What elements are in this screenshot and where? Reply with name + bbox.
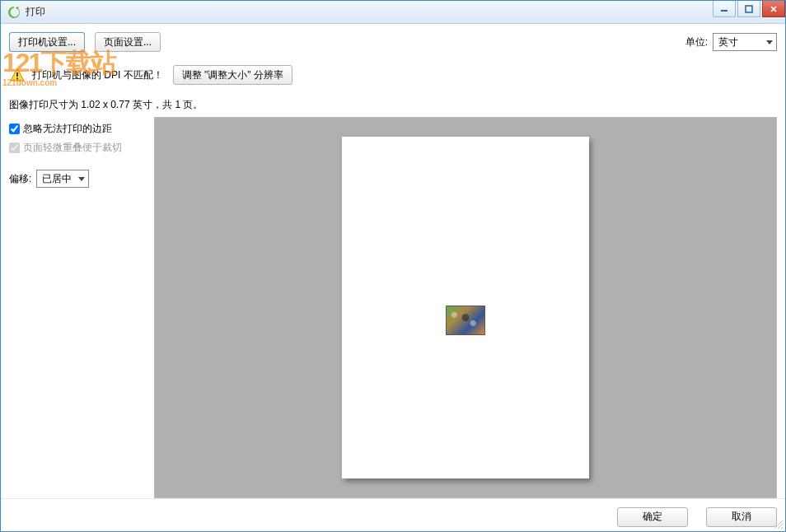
print-preview [154,117,777,498]
svg-rect-0 [721,10,728,12]
warning-text: 打印机与图像的 DPI 不匹配！ [32,68,163,82]
print-size-info: 图像打印尺寸为 1.02 x 0.77 英寸，共 1 页。 [9,98,777,112]
svg-line-6 [781,527,783,529]
overlap-pages-input [9,142,20,153]
print-dialog: 打印 121下载站 121down.com 打印机设置... 页面设置... 单… [0,0,786,532]
close-button[interactable] [762,1,785,17]
ignore-margins-checkbox[interactable]: 忽略无法打印的边距 [9,122,152,136]
maximize-button[interactable] [737,1,760,17]
preview-image-thumbnail [446,306,485,335]
ignore-margins-input[interactable] [9,124,20,134]
svg-rect-1 [746,6,752,12]
overlap-pages-label: 页面轻微重叠便于裁切 [23,141,122,155]
resize-grip[interactable] [772,518,784,530]
printer-settings-button[interactable]: 打印机设置... [9,32,85,52]
chevron-down-icon [78,173,85,184]
warning-icon [9,67,26,83]
svg-rect-3 [16,78,18,80]
titlebar: 打印 [1,1,785,24]
unit-label: 单位: [685,35,708,49]
window-title: 打印 [26,5,45,19]
offset-select[interactable]: 已居中 [36,170,89,188]
unit-select-value: 英寸 [718,35,738,49]
dialog-footer: 确定 取消 [1,498,785,531]
preview-page [342,137,589,478]
ok-button[interactable]: 确定 [617,507,688,527]
overlap-pages-checkbox: 页面轻微重叠便于裁切 [9,141,152,155]
fix-dpi-button[interactable]: 调整 "调整大小" 分辨率 [173,65,292,85]
content-area: 121下载站 121down.com 打印机设置... 页面设置... 单位: … [1,24,785,531]
options-panel: 忽略无法打印的边距 页面轻微重叠便于裁切 偏移: 已居中 [9,117,152,498]
chevron-down-icon [766,36,773,48]
ignore-margins-label: 忽略无法打印的边距 [23,122,112,136]
minimize-button[interactable] [713,1,736,17]
unit-select[interactable]: 英寸 [713,33,777,51]
cancel-button[interactable]: 取消 [706,507,777,527]
page-setup-button[interactable]: 页面设置... [95,32,161,52]
svg-rect-2 [16,72,18,77]
offset-select-value: 已居中 [42,172,72,186]
offset-label: 偏移: [9,172,31,186]
app-icon [7,6,21,19]
